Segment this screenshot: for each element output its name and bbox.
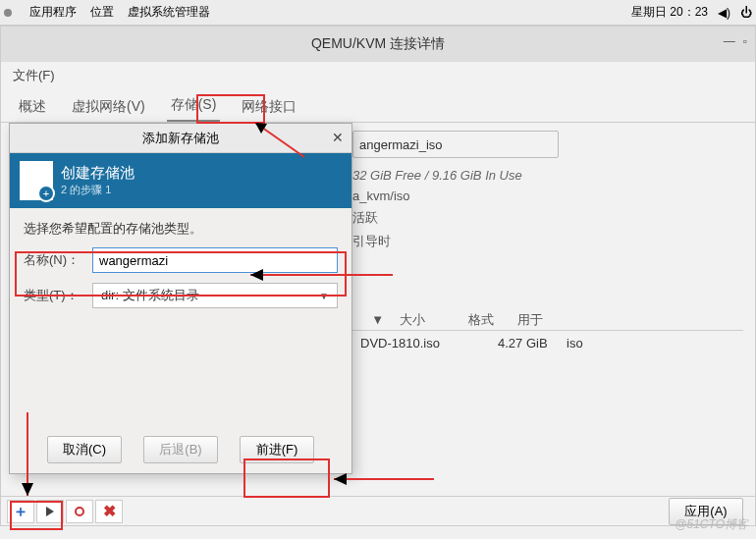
menu-vmm[interactable]: 虚拟系统管理器 bbox=[128, 4, 210, 21]
pool-name-input[interactable]: angermazi_iso bbox=[352, 131, 559, 158]
connection-details-window: QEMU/KVM 连接详情 — ▫ 文件(F) 概述 虚拟网络(V) 存储(S)… bbox=[0, 26, 756, 526]
table-row[interactable]: DVD-1810.iso 4.27 GiB iso bbox=[352, 331, 743, 354]
tab-virtual-network[interactable]: 虚拟网络(V) bbox=[68, 92, 149, 122]
watermark: @51CTO博客 bbox=[675, 516, 748, 533]
type-select[interactable]: dir: 文件系统目录 ▼ bbox=[92, 283, 338, 308]
tab-overview[interactable]: 概述 bbox=[15, 92, 50, 122]
tab-network-interface[interactable]: 网络接口 bbox=[238, 92, 300, 122]
dialog-titlebar: 添加新存储池 ✕ bbox=[10, 124, 351, 153]
document-add-icon bbox=[20, 161, 53, 200]
pool-path: a_kvm/iso bbox=[352, 189, 735, 203]
add-storage-pool-dialog: 添加新存储池 ✕ 创建存储池 2 的步骤 1 选择您希望配置的存储池类型。 名称… bbox=[9, 123, 352, 474]
stop-pool-button[interactable] bbox=[66, 500, 93, 523]
type-value: dir: 文件系统目录 bbox=[101, 287, 199, 304]
file-menu[interactable]: 文件(F) bbox=[1, 62, 755, 89]
forward-button[interactable]: 前进(F) bbox=[240, 436, 314, 463]
pool-inuse: / 9.16 GiB In Use bbox=[425, 168, 522, 183]
system-menubar: 应用程序 位置 虚拟系统管理器 星期日 20：23 ◀) ⏻ bbox=[0, 0, 756, 26]
content-area: angermazi_iso 32 GiB Free / 9.16 GiB In … bbox=[1, 123, 755, 525]
tabs-row: 概述 虚拟网络(V) 存储(S) 网络接口 bbox=[1, 89, 755, 123]
col-usedby[interactable]: 用于 bbox=[510, 311, 743, 329]
clock: 星期日 20：23 bbox=[631, 4, 708, 21]
dialog-banner: 创建存储池 2 的步骤 1 bbox=[10, 153, 351, 208]
back-button[interactable]: 后退(B) bbox=[143, 436, 218, 463]
pool-toolbar: ＋ ✖ 应用(A) bbox=[1, 496, 755, 525]
chevron-down-icon: ▼ bbox=[319, 291, 329, 301]
window-title: QEMU/KVM 连接详情 bbox=[311, 35, 445, 53]
tab-storage[interactable]: 存储(S) bbox=[167, 90, 221, 122]
menu-places[interactable]: 位置 bbox=[90, 4, 114, 21]
add-pool-button[interactable]: ＋ bbox=[7, 500, 34, 523]
start-pool-button[interactable] bbox=[36, 500, 64, 523]
col-format[interactable]: 格式 bbox=[460, 311, 510, 329]
power-icon[interactable]: ⏻ bbox=[740, 6, 752, 20]
menu-apps[interactable]: 应用程序 bbox=[29, 4, 77, 21]
vol-fmt: iso bbox=[559, 336, 608, 350]
play-icon bbox=[46, 507, 54, 516]
name-label: 名称(N)： bbox=[24, 251, 86, 269]
delete-pool-button[interactable]: ✖ bbox=[95, 500, 123, 523]
vol-size: 4.27 GiB bbox=[490, 336, 559, 350]
pool-boot: 引导时 bbox=[352, 233, 735, 250]
pool-details: angermazi_iso 32 GiB Free / 9.16 GiB In … bbox=[352, 131, 735, 250]
pool-state: 活跃 bbox=[352, 209, 735, 227]
cancel-button[interactable]: 取消(C) bbox=[47, 436, 122, 463]
dialog-prompt: 选择您希望配置的存储池类型。 bbox=[24, 220, 338, 238]
volumes-table: ▼ 大小 格式 用于 DVD-1810.iso 4.27 GiB iso bbox=[352, 309, 743, 354]
close-icon[interactable]: ✕ bbox=[332, 130, 344, 145]
volume-icon[interactable]: ◀) bbox=[718, 6, 730, 20]
stop-icon bbox=[75, 507, 84, 516]
banner-title: 创建存储池 bbox=[61, 164, 135, 183]
apps-icon bbox=[4, 6, 16, 20]
name-input[interactable] bbox=[92, 247, 338, 273]
dialog-title: 添加新存储池 bbox=[142, 130, 219, 147]
pool-free: 32 GiB Free bbox=[352, 168, 421, 183]
vol-name: DVD-1810.iso bbox=[352, 336, 490, 350]
delete-icon: ✖ bbox=[103, 502, 116, 520]
maximize-button[interactable]: ▫ bbox=[743, 34, 747, 48]
banner-step: 2 的步骤 1 bbox=[61, 183, 135, 197]
window-titlebar: QEMU/KVM 连接详情 — ▫ bbox=[1, 27, 755, 62]
col-size[interactable]: 大小 bbox=[392, 311, 460, 329]
col-sort[interactable]: ▼ bbox=[352, 312, 392, 327]
type-label: 类型(T)： bbox=[24, 287, 86, 304]
minimize-button[interactable]: — bbox=[724, 34, 735, 48]
